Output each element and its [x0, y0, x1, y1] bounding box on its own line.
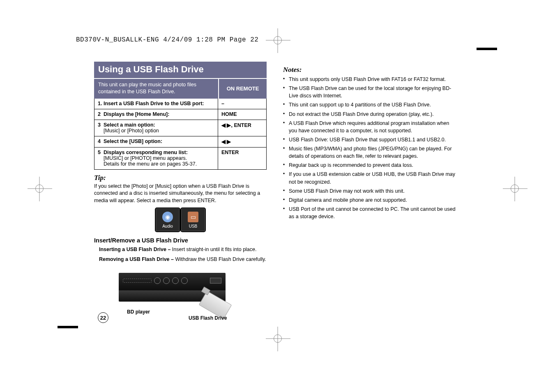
right-column: Notes: This unit supports only USB Flash…	[283, 62, 456, 322]
usb-tile-label: USB	[189, 224, 198, 228]
remove-text: Withdraw the USB Flash Drive carefully.	[175, 256, 266, 262]
remove-paragraph: Removing a USB Flash Drive – Withdraw th…	[99, 256, 267, 263]
usb-port-icon	[210, 278, 221, 284]
insert-remove-heading: Insert/Remove a USB Flash Drive	[94, 237, 267, 244]
note-item: This unit can support up to 4 partitions…	[283, 101, 456, 108]
stop-button-icon	[163, 277, 170, 284]
disc-slot-icon	[123, 279, 152, 283]
usb-tile: ▭ USB	[181, 208, 205, 231]
step-control: –	[218, 99, 267, 109]
step-row: 3Select a main option:[Music] or [Photo]…	[94, 120, 267, 136]
step-description: 3Select a main option:[Music] or [Photo]…	[94, 120, 218, 136]
section-subtitle: This unit can play the music and photo f…	[94, 79, 218, 99]
left-column: Using a USB Flash Drive This unit can pl…	[94, 62, 267, 322]
registration-mark-icon	[274, 36, 282, 44]
section-title: Using a USB Flash Drive	[94, 62, 267, 79]
manual-page: BD370V-N_BUSALLK-ENG 4/24/09 1:28 PM Pag…	[0, 0, 555, 392]
note-item: USB Port of the unit cannot be connected…	[283, 205, 456, 220]
page-number: 22	[98, 312, 108, 323]
note-item: Do not extract the USB Flash Drive durin…	[283, 111, 456, 118]
note-item: This unit supports only USB Flash Drive …	[283, 76, 456, 83]
audio-tile-label: Audio	[162, 224, 173, 228]
content-columns: Using a USB Flash Drive This unit can pl…	[94, 62, 456, 322]
trim-mark-icon	[58, 326, 78, 328]
note-item: Regular back up is recommended to preven…	[283, 161, 456, 169]
step-control: HOME	[218, 109, 267, 120]
note-item: Music files (MP3/WMA) and photo files (J…	[283, 145, 456, 160]
trim-mark-icon	[477, 48, 497, 50]
next-button-icon	[181, 277, 188, 284]
note-item: The USB Flash Drive can be used for the …	[283, 85, 456, 99]
eject-button-icon	[154, 277, 161, 284]
notes-heading: Notes:	[283, 66, 456, 74]
disc-icon: ◉	[162, 212, 173, 222]
registration-mark-icon	[511, 184, 519, 193]
remove-bold: Removing a USB Flash Drive –	[99, 256, 175, 262]
prev-button-icon	[172, 277, 179, 284]
step-description: 5Displays corresponding menu list:[MUSIC…	[94, 147, 218, 169]
step-description: 4Select the [USB] option:	[94, 136, 218, 147]
tip-heading: Tip:	[94, 174, 267, 182]
print-header: BD370V-N_BUSALLK-ENG 4/24/09 1:28 PM Pag…	[76, 36, 258, 44]
step-row: 5Displays corresponding menu list:[MUSIC…	[94, 147, 267, 169]
note-item: If you use a USB extension cable or USB …	[283, 171, 456, 185]
note-item: Some USB Flash Drive may not work with t…	[283, 187, 456, 195]
insert-paragraph: Inserting a USB Flash Drive – Insert str…	[99, 246, 267, 254]
insert-bold: Inserting a USB Flash Drive –	[99, 247, 172, 252]
registration-mark-icon	[274, 334, 282, 343]
step-control: ◀ ▶	[218, 136, 267, 147]
step-description: 2Displays the [Home Menu]:	[94, 109, 218, 120]
step-control: ENTER	[218, 147, 267, 169]
steps-table: 1.Insert a USB Flash Drive to the USB po…	[94, 99, 267, 170]
step-description: 1.Insert a USB Flash Drive to the USB po…	[94, 99, 218, 109]
audio-tile: ◉ Audio	[156, 208, 180, 231]
step-row: 4Select the [USB] option:◀ ▶	[94, 136, 267, 147]
step-control: ◀ ▶, ENTER	[218, 120, 267, 136]
note-item: USB Flash Drive: USB Flash Drive that su…	[283, 136, 456, 143]
usb-icon: ▭	[188, 212, 198, 222]
step-row: 1.Insert a USB Flash Drive to the USB po…	[94, 99, 267, 109]
bd-player-label: BD player	[127, 309, 150, 315]
note-item: Digital camera and mobile phone are not …	[283, 196, 456, 204]
tip-body: If you select the [Photo] or [Music] opt…	[94, 183, 267, 205]
media-menu-illustration: ◉ Audio ▭ USB	[94, 208, 267, 231]
registration-mark-icon	[35, 184, 44, 193]
step-row: 2Displays the [Home Menu]:HOME	[94, 109, 267, 120]
on-remote-header: ON REMOTE	[218, 79, 267, 99]
player-illustration: BD player USB Flash Drive	[119, 269, 242, 322]
note-item: A USB Flash Drive which requires additio…	[283, 120, 456, 134]
insert-text: Insert straight-in until it fits into pl…	[172, 247, 257, 252]
usb-drive-label: USB Flash Drive	[189, 315, 227, 321]
section-title-block: Using a USB Flash Drive This unit can pl…	[94, 62, 267, 99]
notes-list: This unit supports only USB Flash Drive …	[283, 76, 456, 220]
